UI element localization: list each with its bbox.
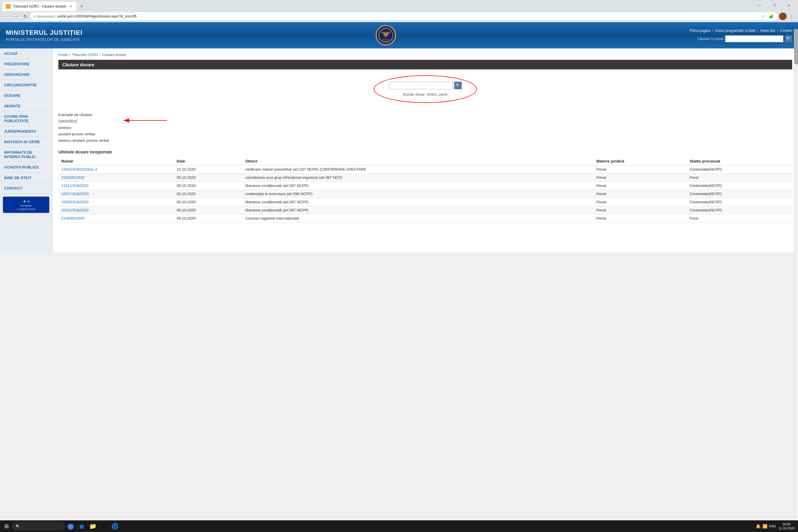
dosar-numar-link[interactable]: 10500/318/2020 [61,200,89,204]
svg-text:ROMANIA: ROMANIA [381,32,391,34]
example-2: ionescu [58,125,109,131]
main-search-input[interactable] [389,82,453,89]
acces-programatic-link[interactable]: Acces programatic la date [715,28,755,33]
minimize-button[interactable]: — [753,1,766,10]
star-icon[interactable]: ☆ [760,13,766,20]
extensions-icon[interactable]: 🧩 [768,13,775,20]
back-button[interactable]: ← [2,12,11,20]
svg-rect-4 [385,36,386,37]
sidebar-item-instanta-cifre[interactable]: INSTANTA IN CIFRE [0,137,52,147]
dosar-obiect: constituirea unui grup infracțional orga… [242,173,593,182]
dosar-materie: Penal [593,190,687,198]
sidebar-item-informatii[interactable]: INFORMATII DE INTERES PUBLIC [0,147,52,162]
ejustice-text2: e-Justice Portal [17,208,35,211]
menu-button[interactable]: ⋮ [787,12,796,20]
sidebar-item-citare[interactable]: CITARE PRIN PUBLICITATE [0,111,52,126]
dosar-numar-link[interactable]: 11311/318/2020 [61,184,89,188]
portal-search-button[interactable]: 🔍 [785,35,792,42]
annotation-area: Exemple de căutare: 234/2/2012 ionescu a… [58,112,792,144]
sidebar-item-acasa[interactable]: ACASĂ [0,49,52,59]
scrollbar-thumb[interactable] [794,29,798,64]
breadcrumb-tribunal[interactable]: Tribunalul GORJ [72,53,98,57]
dosar-data: 10.10.2020 [174,165,243,173]
dosar-data: 09.10.2020 [174,182,243,190]
dosar-obiect: Comisie rogatorie internațională [242,214,593,223]
ejustice-logo: ★ e [23,199,30,204]
example-3: anulare proces verbal [58,131,109,137]
portal-search-input[interactable] [725,35,783,42]
dosar-data: 09.10.2020 [174,198,243,206]
security-indicator: ⚠ Nesecurizat | [33,15,56,18]
table-header-row: Număr Dată Obiect Materie juridică Stadi… [58,157,792,165]
reload-button[interactable]: ↻ [21,12,29,20]
svg-text:JUSTIȚIEI: JUSTIȚIEI [383,40,388,42]
forward-button[interactable]: → [12,12,20,20]
url-bar[interactable]: ⚠ Nesecurizat | portal.just.ro/95/SitePa… [30,12,778,20]
dosar-stadiu: Fond [687,214,792,223]
page-title: Căutare dosare [62,62,94,67]
tab-close-button[interactable]: ✕ [68,4,73,9]
dosar-numar-link[interactable]: 10151/318/2020 [61,208,89,212]
dosar-data: 09.10.2020 [174,173,243,182]
sidebar-item-achizitii[interactable]: ACHIZITII PUBLICE [0,162,52,173]
sidebar-item-contact[interactable]: CONTACT [0,183,52,194]
eu-stars-icon: ★ [23,199,26,204]
examples-text: Exemple de căutare: 234/2/2012 ionescu a… [58,112,109,144]
dosare-table: Număr Dată Obiect Materie juridică Stadi… [58,157,792,223]
ejustice-text1: European [20,204,32,207]
examples-label: Exemple de căutare: [58,112,109,118]
header-branding: MINISTERUL JUSTIȚIEI PORTALUL INSTANȚELO… [6,29,82,42]
new-tab-button[interactable]: + [78,2,86,11]
separator: | [55,15,56,18]
site-header: MINISTERUL JUSTIȚIEI PORTALUL INSTANȚELO… [0,22,798,49]
prima-pagina-link[interactable]: Prima pagina [689,28,710,33]
dosar-numar-link[interactable]: 12431/318/2020/a1.2 [61,167,97,171]
header-logo: ROMANIA MINISTERUL JUSTIȚIEI [376,25,396,45]
contact-header-link[interactable]: Contact [780,28,792,33]
sidebar-item-prezentare[interactable]: PREZENTARE [0,59,52,70]
browser-action-buttons: ⋮ [779,12,796,20]
dosar-materie: Penal [593,198,687,206]
scrollbar[interactable] [794,29,798,252]
table-row: 2149/95/202009.10.2020Comisie rogatorie … [58,214,792,223]
coat-svg: ROMANIA MINISTERUL JUSTIȚIEI [379,28,393,43]
dosar-stadiu: Contestatie(NCPP) [687,206,792,214]
svg-rect-3 [385,36,385,37]
main-search-button[interactable]: 🔍 [454,82,462,89]
maximize-button[interactable]: ❐ [768,1,781,10]
dosar-stadiu: Contestatie(NCPP) [687,165,792,173]
sidebar: ACASĂ PREZENTARE ORGANIZARE CIRCUMSCRIPT… [0,49,53,252]
tab-favicon: T [6,4,11,9]
table-row: 10500/318/202009.10.2020liberarea condiț… [58,198,792,206]
col-obiect: Obiect [242,157,593,165]
ministry-title: MINISTERUL JUSTIȚIEI [6,29,82,36]
nav-separator-1: • [712,28,714,33]
dosar-numar-link[interactable]: 2149/95/2020 [61,216,84,221]
sidebar-item-bine-de-stiut[interactable]: BINE DE STIUT [0,173,52,183]
browser-chrome: T Tribunalul GORJ - Căutare dosare ✕ + —… [0,0,798,22]
ejustice-banner[interactable]: ★ e European e-Justice Portal [3,196,49,213]
dosar-stadiu: Contestatie(NCPP) [687,190,792,198]
close-window-button[interactable]: ✕ [782,1,796,10]
dosar-stadiu: Fond [687,173,792,182]
dosar-data: 09.10.2020 [174,206,243,214]
main-wrapper: ACASĂ PREZENTARE ORGANIZARE CIRCUMSCRIPT… [0,49,798,252]
profile-button[interactable] [779,12,787,20]
nav-separator-2: • [757,28,759,33]
example-4: ionescu anulare proces verbal [58,137,109,144]
col-stadiu: Stadiu procesual [687,157,792,165]
sidebar-item-jurisprudenta[interactable]: JURISPRUDENTA [0,126,52,137]
table-section: Ultimele dosare inregistrate Număr Dată … [58,150,792,223]
breadcrumb-portal[interactable]: Portal [58,53,68,57]
dosar-numar-link[interactable]: 2150/95/2020 [61,175,84,180]
dosar-numar-link[interactable]: 10327/318/2020 [61,192,89,196]
dosar-obiect: contestația la executare (art.598 NCPP) [242,190,593,198]
sidebar-item-organizare[interactable]: ORGANIZARE [0,70,52,80]
table-row: 10327/318/202009.10.2020contestația la e… [58,190,792,198]
window-controls: — ❐ ✕ [753,1,798,10]
harta-site-link[interactable]: Harta site [760,28,775,33]
browser-tab[interactable]: T Tribunalul GORJ - Căutare dosare ✕ [2,2,76,11]
sidebar-item-sedinte[interactable]: SEDINTE [0,101,52,111]
sidebar-item-dosare[interactable]: DOSARE [0,90,52,101]
sidebar-item-circumscriptie[interactable]: CIRCUMSCRIPTIE [0,80,52,90]
